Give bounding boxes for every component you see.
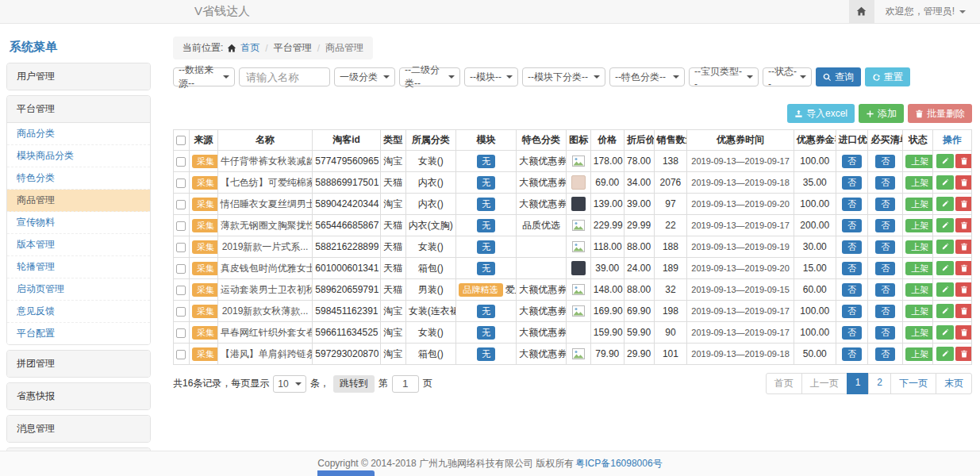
row-checkbox[interactable] (176, 350, 186, 359)
edit-button[interactable] (936, 347, 954, 361)
home-button[interactable] (849, 0, 874, 24)
status-toggle[interactable]: 上架 (905, 176, 932, 190)
import-select-toggle[interactable]: 否 (842, 262, 862, 275)
sidebar-item[interactable]: 轮播管理 (7, 256, 150, 278)
delete-button[interactable] (955, 347, 971, 361)
delete-button[interactable] (955, 197, 971, 211)
page-1-button[interactable]: 1 (847, 373, 870, 394)
sidebar-section-header[interactable]: 消息管理 (7, 416, 150, 442)
import-select-toggle[interactable]: 否 (842, 176, 862, 190)
batch-delete-button[interactable]: 批量删除 (908, 104, 972, 123)
sidebar-section-header[interactable]: 用户管理 (7, 63, 150, 90)
sidebar-item[interactable]: 商品管理 (7, 190, 150, 212)
page-2-button[interactable]: 2 (868, 373, 891, 394)
icp-link[interactable]: 粤ICP备16098006号 (575, 457, 662, 470)
must-buy-toggle[interactable]: 否 (875, 305, 895, 318)
import-select-toggle[interactable]: 否 (842, 198, 862, 211)
status-toggle[interactable]: 上架 (905, 262, 932, 275)
row-checkbox[interactable] (176, 178, 186, 188)
filter-select-item-type[interactable]: --宝贝类型-- (689, 67, 759, 86)
delete-button[interactable] (955, 154, 971, 168)
page-last-button[interactable]: 末页 (936, 373, 972, 394)
must-buy-toggle[interactable]: 否 (875, 155, 895, 168)
import-select-toggle[interactable]: 否 (842, 240, 862, 254)
page-size-select[interactable]: 10 (273, 375, 306, 393)
filter-select-data-source[interactable]: --数据来源-- (173, 67, 235, 86)
edit-button[interactable] (936, 240, 954, 254)
delete-button[interactable] (955, 325, 971, 340)
row-checkbox[interactable] (176, 307, 186, 317)
delete-button[interactable] (955, 282, 971, 297)
filter-select-module[interactable]: --模块-- (464, 67, 518, 86)
import-select-toggle[interactable]: 否 (842, 155, 862, 168)
filter-select-status[interactable]: --状态-- (763, 67, 812, 86)
sidebar-section-header[interactable]: 平台管理 (7, 96, 150, 122)
page-first-button[interactable]: 首页 (766, 373, 802, 394)
edit-button[interactable] (936, 154, 954, 168)
must-buy-toggle[interactable]: 否 (875, 219, 895, 232)
status-toggle[interactable]: 上架 (905, 305, 932, 318)
import-excel-button[interactable]: 导入excel (787, 104, 855, 123)
status-toggle[interactable]: 上架 (905, 326, 932, 340)
page-prev-button[interactable]: 上一页 (801, 373, 847, 394)
edit-button[interactable] (936, 261, 954, 275)
sidebar-item[interactable]: 商品分类 (7, 123, 150, 145)
sidebar-item[interactable]: 版本管理 (7, 234, 150, 256)
status-toggle[interactable]: 上架 (905, 219, 932, 232)
status-toggle[interactable]: 上架 (905, 240, 932, 254)
row-checkbox[interactable] (176, 157, 186, 167)
row-checkbox[interactable] (176, 221, 186, 231)
must-buy-toggle[interactable]: 否 (875, 283, 895, 297)
row-checkbox[interactable] (176, 328, 186, 338)
edit-button[interactable] (936, 197, 954, 211)
search-button[interactable]: 查询 (816, 67, 861, 86)
must-buy-toggle[interactable]: 否 (875, 326, 895, 340)
edit-button[interactable] (936, 218, 954, 232)
sidebar-section-header[interactable]: 省惠快报 (7, 383, 150, 409)
sidebar-section-header[interactable]: 拼团管理 (7, 351, 150, 377)
delete-button[interactable] (955, 240, 971, 254)
row-checkbox[interactable] (176, 286, 186, 295)
delete-button[interactable] (955, 304, 971, 318)
sidebar-item[interactable]: 平台配置 (7, 323, 150, 344)
edit-button[interactable] (936, 282, 954, 297)
status-toggle[interactable]: 上架 (905, 283, 932, 297)
edit-button[interactable] (936, 325, 954, 340)
filter-select-category-level2[interactable]: --二级分类-- (399, 67, 460, 86)
sidebar-item[interactable]: 宣传物料 (7, 212, 150, 234)
must-buy-toggle[interactable]: 否 (875, 198, 895, 211)
row-checkbox[interactable] (176, 200, 186, 209)
filter-select-category-level1[interactable]: 一级分类 (334, 67, 395, 86)
edit-button[interactable] (936, 304, 954, 318)
must-buy-toggle[interactable]: 否 (875, 240, 895, 254)
edit-button[interactable] (936, 175, 954, 190)
row-checkbox[interactable] (176, 243, 186, 252)
sidebar-item[interactable]: 特色分类 (7, 167, 150, 190)
import-select-toggle[interactable]: 否 (842, 347, 862, 361)
breadcrumb-home-link[interactable]: 首页 (240, 41, 259, 55)
add-button[interactable]: 添加 (859, 104, 904, 123)
import-select-toggle[interactable]: 否 (842, 219, 862, 232)
sidebar-item[interactable]: 意见反馈 (7, 301, 150, 323)
must-buy-toggle[interactable]: 否 (875, 262, 895, 275)
user-menu[interactable]: 欢迎您，管理员! (874, 5, 980, 18)
status-toggle[interactable]: 上架 (905, 198, 932, 211)
filter-select-module-subcategory[interactable]: --模块下分类-- (522, 67, 605, 86)
status-toggle[interactable]: 上架 (905, 155, 932, 168)
name-search-input[interactable] (239, 67, 330, 86)
sidebar-item[interactable]: 启动页管理 (7, 278, 150, 301)
delete-button[interactable] (955, 218, 971, 232)
page-next-button[interactable]: 下一页 (890, 373, 936, 394)
filter-select-feature-category[interactable]: --特色分类-- (609, 67, 685, 86)
import-select-toggle[interactable]: 否 (842, 305, 862, 318)
import-select-toggle[interactable]: 否 (842, 326, 862, 340)
delete-button[interactable] (955, 261, 971, 275)
must-buy-toggle[interactable]: 否 (875, 347, 895, 361)
sidebar-item[interactable]: 模块商品分类 (7, 145, 150, 167)
must-buy-toggle[interactable]: 否 (875, 176, 895, 190)
jump-page-input[interactable] (392, 375, 419, 393)
import-select-toggle[interactable]: 否 (842, 283, 862, 297)
jump-to-button[interactable]: 跳转到 (333, 375, 375, 393)
row-checkbox[interactable] (176, 264, 186, 274)
reset-button[interactable]: 重置 (865, 67, 910, 86)
